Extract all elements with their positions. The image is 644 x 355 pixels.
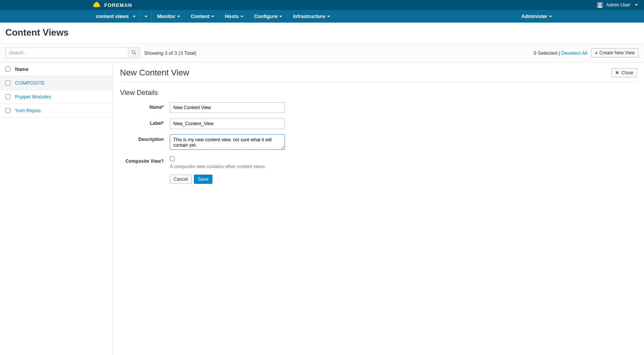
content-header: New Content View ✕ Close xyxy=(120,68,637,82)
caret-down-icon xyxy=(211,16,214,17)
caret-down-icon xyxy=(177,16,180,17)
list-item[interactable]: Puppet Modules xyxy=(0,90,113,104)
name-input[interactable] xyxy=(170,102,285,113)
label-input[interactable] xyxy=(170,118,285,129)
nav-monitor[interactable]: Monitor xyxy=(152,10,186,23)
selected-count: 0 Selected xyxy=(534,50,557,56)
svg-line-5 xyxy=(135,53,136,54)
create-label: Create New View xyxy=(600,50,635,56)
content-title: New Content View xyxy=(120,68,189,78)
row-checkbox[interactable] xyxy=(5,94,10,99)
label-label: Label* xyxy=(120,118,170,126)
page-title-bar: Content Views xyxy=(0,23,644,44)
brand-left: FOREMAN xyxy=(92,1,132,9)
description-textarea[interactable] xyxy=(170,134,285,150)
caret-down-icon xyxy=(145,16,148,17)
search-button[interactable] xyxy=(128,47,140,58)
caret-down-icon xyxy=(133,16,136,17)
caret-down-icon xyxy=(635,4,638,6)
content-view-link[interactable]: Yum Repos xyxy=(15,108,41,113)
save-button[interactable]: Save xyxy=(194,175,212,184)
form-row-label: Label* xyxy=(120,118,637,129)
row-checkbox[interactable] xyxy=(5,80,10,85)
user-avatar-icon xyxy=(597,2,603,8)
search-group xyxy=(5,47,140,58)
caret-down-icon xyxy=(279,16,282,17)
composite-checkbox[interactable] xyxy=(170,156,175,161)
close-button[interactable]: ✕ Close xyxy=(611,68,637,77)
content-view-list: Name COMPOSITE Puppet Modules Yum Repos xyxy=(0,62,113,355)
nav-context-label: content views xyxy=(96,13,129,19)
deselect-all-link[interactable]: Deselect All xyxy=(561,50,587,56)
user-menu[interactable]: Admin User xyxy=(597,2,638,8)
nav-configure[interactable]: Configure xyxy=(249,10,288,23)
main-layout: Name COMPOSITE Puppet Modules Yum Repos … xyxy=(0,62,644,355)
form-row-description: Description xyxy=(120,134,637,151)
content-panel: New Content View ✕ Close View Details Na… xyxy=(113,62,644,355)
content-view-link[interactable]: COMPOSITE xyxy=(15,80,45,86)
close-label: Close xyxy=(621,70,633,75)
main-nav: content views Monitor Content Hosts Conf… xyxy=(0,10,644,23)
plus-icon: + xyxy=(595,51,598,56)
search-icon xyxy=(131,50,136,56)
composite-help-text: A composite view contains other content … xyxy=(170,164,285,169)
selection-status: 0 Selected | Deselect All xyxy=(534,50,587,56)
composite-label: Composite View? xyxy=(120,156,170,164)
close-icon: ✕ xyxy=(615,70,619,75)
nav-infrastructure[interactable]: Infrastructure xyxy=(288,10,335,23)
section-title: View Details xyxy=(120,89,637,97)
select-all-checkbox[interactable] xyxy=(5,67,10,72)
cancel-button[interactable]: Cancel xyxy=(170,175,192,184)
list-header: Name xyxy=(0,62,113,76)
page-title: Content Views xyxy=(5,27,639,38)
caret-down-icon xyxy=(549,16,552,17)
list-item[interactable]: Yum Repos xyxy=(0,104,113,118)
description-label: Description xyxy=(120,134,170,142)
foreman-logo-icon xyxy=(92,1,101,9)
nav-context-switcher[interactable] xyxy=(139,10,152,23)
caret-down-icon xyxy=(240,16,243,17)
create-new-view-button[interactable]: + Create New View xyxy=(591,48,639,57)
showing-count: Showing 3 of 3 (3 Total) xyxy=(144,50,196,56)
content-view-link[interactable]: Puppet Modules xyxy=(15,94,51,100)
list-item[interactable]: COMPOSITE xyxy=(0,76,113,90)
brand-name: FOREMAN xyxy=(104,2,132,8)
form-row-composite: Composite View? A composite view contain… xyxy=(120,156,637,169)
form-row-name: Name* xyxy=(120,102,637,113)
brand-bar: FOREMAN Admin User xyxy=(0,0,644,10)
svg-rect-1 xyxy=(96,2,97,3)
name-column-header: Name xyxy=(15,66,28,72)
search-input[interactable] xyxy=(5,47,128,58)
form-actions: Cancel Save xyxy=(170,175,637,184)
nav-hosts[interactable]: Hosts xyxy=(220,10,249,23)
toolbar-right: 0 Selected | Deselect All + Create New V… xyxy=(534,48,639,57)
svg-point-3 xyxy=(599,3,601,5)
svg-point-4 xyxy=(132,51,135,54)
caret-down-icon xyxy=(327,16,330,17)
toolbar: Showing 3 of 3 (3 Total) 0 Selected | De… xyxy=(0,44,644,62)
name-label: Name* xyxy=(120,102,170,110)
nav-context[interactable]: content views xyxy=(90,10,139,23)
row-checkbox[interactable] xyxy=(5,108,10,113)
nav-content[interactable]: Content xyxy=(186,10,220,23)
user-name: Admin User xyxy=(606,2,630,8)
nav-administer[interactable]: Administer xyxy=(516,10,644,23)
